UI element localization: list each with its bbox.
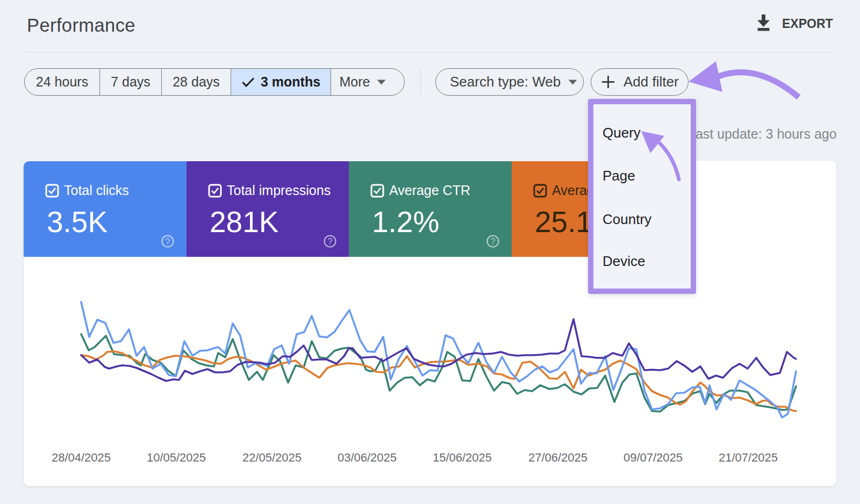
svg-text:25.1: 25.1: [535, 205, 592, 239]
svg-text:?: ?: [166, 237, 170, 246]
svg-text:1.2%: 1.2%: [372, 205, 439, 239]
svg-text:Total impressions: Total impressions: [227, 183, 331, 198]
svg-text:?: ?: [491, 237, 496, 246]
svg-text:281K: 281K: [210, 205, 279, 239]
svg-text:Total clicks: Total clicks: [64, 183, 129, 198]
svg-text:?: ?: [328, 237, 333, 246]
svg-text:Average CTR: Average CTR: [389, 183, 470, 198]
svg-text:3.5K: 3.5K: [47, 205, 108, 239]
